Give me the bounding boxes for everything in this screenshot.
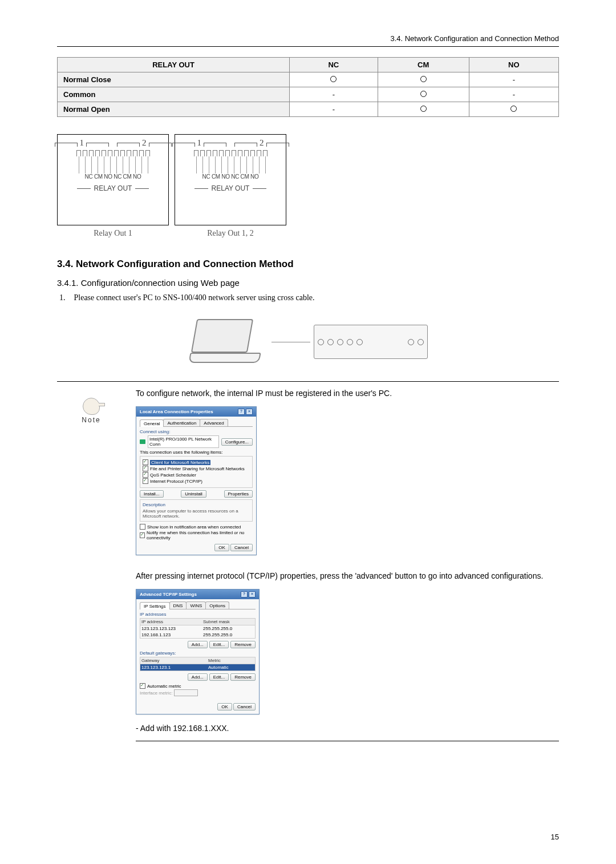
list-item[interactable]: QoS Packet Scheduler bbox=[143, 472, 250, 478]
table-cell: - bbox=[469, 72, 558, 87]
dialog-title-text: Local Area Connection Properties bbox=[140, 409, 213, 414]
tab-general[interactable]: General bbox=[140, 419, 164, 427]
gw-add-button[interactable]: Add... bbox=[188, 673, 208, 681]
relay-diagrams: 1 2 NC CM NO NC CM NO RELAY OUT 1 2 NC C… bbox=[57, 134, 559, 225]
table-cell bbox=[378, 102, 469, 117]
table-header: RELAY OUT bbox=[58, 58, 290, 72]
item-checkbox[interactable] bbox=[143, 472, 148, 478]
properties-button[interactable]: Properties bbox=[224, 490, 253, 498]
table-cell: - bbox=[469, 87, 558, 102]
table-cell: 123.123.123.123 bbox=[140, 625, 202, 632]
diagram1-label1: 1 bbox=[80, 138, 84, 148]
gw-remove-button[interactable]: Remove bbox=[230, 673, 256, 681]
tcpip-advanced-dialog: Advanced TCP/IP Settings ? × IP Settings… bbox=[136, 589, 260, 714]
step-1-number: 1. bbox=[59, 293, 72, 302]
table-cell: - bbox=[290, 102, 378, 117]
relay-out-table: RELAY OUTNCCMNO Normal Close-Common--Nor… bbox=[57, 57, 559, 117]
tcp-ok-button[interactable]: OK bbox=[217, 703, 232, 710]
ip-edit-button[interactable]: Edit... bbox=[209, 641, 229, 648]
row-label: Normal Open bbox=[58, 102, 290, 117]
help-icon[interactable]: ? bbox=[241, 591, 248, 597]
item-checkbox[interactable] bbox=[143, 459, 148, 465]
table-row[interactable]: 123.123.123.1Automatic bbox=[140, 664, 255, 671]
list-item[interactable]: File and Printer Sharing for Microsoft N… bbox=[143, 466, 250, 471]
auto-metric-checkbox[interactable] bbox=[140, 683, 145, 689]
relay-diagram-1: 1 2 NC CM NO NC CM NO RELAY OUT bbox=[57, 134, 169, 225]
gateways-label: Default gateways: bbox=[140, 651, 256, 656]
table-header: NC bbox=[290, 58, 378, 72]
tab-advanced[interactable]: Advanced bbox=[200, 419, 228, 426]
cable-icon bbox=[271, 342, 310, 342]
relay-diagram-2: 1 2 NC CM NO NC CM NO RELAY OUT bbox=[175, 134, 286, 225]
show-icon-checkbox[interactable] bbox=[140, 524, 145, 530]
table-cell: 255.255.255.0 bbox=[202, 632, 255, 638]
cancel-button[interactable]: Cancel bbox=[230, 544, 253, 551]
table-row[interactable]: 123.123.123.123255.255.255.0 bbox=[140, 625, 255, 632]
connect-using-label: Connect using: bbox=[140, 429, 253, 434]
server-device-icon bbox=[314, 325, 428, 359]
laptop-icon bbox=[188, 319, 268, 365]
description-text: Allows your computer to access resources… bbox=[143, 508, 250, 519]
diagram2-label2: 2 bbox=[260, 138, 264, 148]
table-row: Common-- bbox=[58, 87, 559, 102]
table-header: NO bbox=[469, 58, 558, 72]
tcp-cancel-button[interactable]: Cancel bbox=[233, 703, 256, 710]
tab-authentication[interactable]: Authentication bbox=[163, 419, 200, 426]
item-label: QoS Packet Scheduler bbox=[150, 473, 196, 478]
note-line-1: To configure network, the internal IP mu… bbox=[136, 386, 559, 401]
table-cell: Automatic bbox=[207, 664, 255, 671]
lan-properties-dialog: Local Area Connection Properties ? × Gen… bbox=[136, 406, 257, 555]
tab-wins[interactable]: WINS bbox=[186, 601, 206, 609]
diagram-caption-2: Relay Out 1, 2 bbox=[175, 229, 286, 238]
dialog-titlebar: Local Area Connection Properties ? × bbox=[136, 407, 256, 417]
list-item[interactable]: Internet Protocol (TCP/IP) bbox=[143, 478, 250, 484]
step-1-text: Please connect user's PC to SNS-100/400 … bbox=[74, 293, 315, 302]
table-header: Gateway bbox=[140, 657, 207, 664]
diagram-caption-1: Relay Out 1 bbox=[57, 229, 169, 238]
install-button[interactable]: Install... bbox=[140, 490, 164, 498]
add-ip-instruction: - Add with 192.168.1.XXX. bbox=[136, 721, 559, 736]
diagram2-label1: 1 bbox=[197, 138, 202, 148]
table-cell: 255.255.255.0 bbox=[202, 625, 255, 632]
circle-icon bbox=[510, 106, 517, 112]
page-header: 3.4. Network Configuration and Connectio… bbox=[57, 34, 559, 47]
close-icon[interactable]: × bbox=[246, 409, 253, 415]
close-icon[interactable]: × bbox=[249, 591, 256, 597]
tab-ip-settings[interactable]: IP Settings bbox=[140, 602, 170, 609]
lan-tabs: GeneralAuthenticationAdvanced bbox=[140, 419, 253, 427]
ip-addresses-label: IP addresses bbox=[140, 612, 256, 617]
adapter-field: Intel(R) PRO/1000 PL Network Conn bbox=[148, 435, 219, 448]
note-icon-column: Note bbox=[57, 386, 125, 424]
diagram2-relay-label: RELAY OUT bbox=[212, 184, 250, 192]
item-label: Client for Microsoft Networks bbox=[150, 460, 210, 465]
auto-metric-label: Automatic metric bbox=[147, 684, 181, 689]
ip-add-button[interactable]: Add... bbox=[188, 641, 208, 648]
note-paragraph-2: After pressing internet protocol (TCP/IP… bbox=[136, 569, 559, 583]
item-checkbox[interactable] bbox=[143, 466, 148, 471]
notify-checkbox[interactable] bbox=[140, 532, 145, 538]
table-row[interactable]: 192.168.1.123255.255.255.0 bbox=[140, 632, 255, 638]
gw-edit-button[interactable]: Edit... bbox=[209, 673, 229, 681]
diagram1-label2: 2 bbox=[142, 138, 147, 148]
section-heading-3-4-1: 3.4.1. Configuration/connection using We… bbox=[57, 278, 559, 288]
gateways-table: GatewayMetric123.123.123.1Automatic bbox=[140, 657, 255, 671]
tab-options[interactable]: Options bbox=[205, 601, 229, 609]
interface-metric-label: Interface metric: bbox=[140, 691, 172, 696]
list-item[interactable]: Client for Microsoft Networks bbox=[143, 459, 250, 465]
configure-button[interactable]: Configure... bbox=[221, 438, 253, 446]
ok-button[interactable]: OK bbox=[214, 544, 229, 551]
row-label: Common bbox=[58, 87, 290, 102]
circle-icon bbox=[420, 91, 427, 97]
item-checkbox[interactable] bbox=[143, 478, 148, 484]
row-label: Normal Close bbox=[58, 72, 290, 87]
uninstall-button[interactable]: Uninstall bbox=[181, 490, 206, 498]
interface-metric-input bbox=[174, 689, 198, 696]
diagram1-pinlabels: NC CM NO NC CM NO bbox=[60, 173, 166, 180]
table-header: Subnet mask bbox=[202, 619, 255, 625]
tab-dns[interactable]: DNS bbox=[169, 601, 187, 609]
item-label: File and Printer Sharing for Microsoft N… bbox=[150, 466, 245, 471]
help-icon[interactable]: ? bbox=[238, 409, 245, 415]
ip-remove-button[interactable]: Remove bbox=[230, 641, 256, 648]
connection-items-list: Client for Microsoft NetworksFile and Pr… bbox=[140, 456, 253, 488]
table-header: IP address bbox=[140, 619, 202, 625]
